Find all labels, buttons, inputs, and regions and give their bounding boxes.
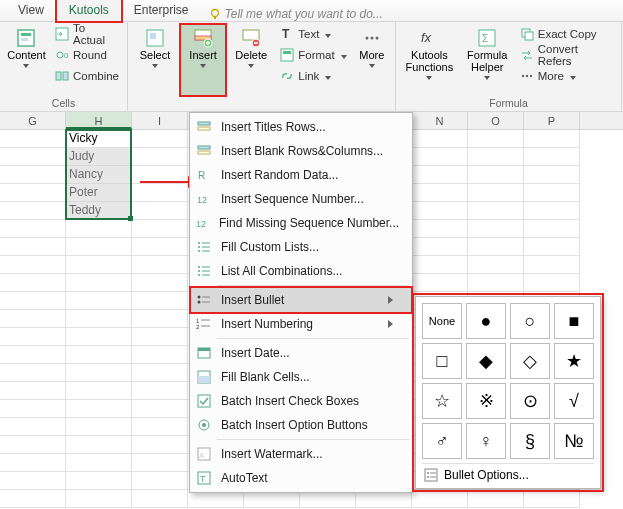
menu-item-insert-titles-rows[interactable]: Insert Titles Rows... — [191, 115, 411, 139]
bullet-glyph-2[interactable]: ■ — [554, 303, 594, 339]
cell-P9[interactable] — [524, 274, 580, 292]
column-header-H[interactable]: H — [66, 112, 132, 129]
cell-H17[interactable] — [66, 418, 132, 436]
column-header-P[interactable]: P — [524, 112, 580, 129]
cell-I17[interactable] — [132, 418, 188, 436]
cell-P7[interactable] — [524, 238, 580, 256]
convert-refers-button[interactable]: Convert Refers — [516, 45, 617, 65]
menu-item-fill-custom-lists[interactable]: Fill Custom Lists... — [191, 235, 411, 259]
cell-I18[interactable] — [132, 436, 188, 454]
cell-I14[interactable] — [132, 364, 188, 382]
cell-N4[interactable] — [412, 184, 468, 202]
menu-item-autotext[interactable]: TAutoText — [191, 466, 411, 490]
cell-G16[interactable] — [0, 400, 66, 418]
menu-item-insert-watermark[interactable]: AInsert Watermark... — [191, 442, 411, 466]
cell-I8[interactable] — [132, 256, 188, 274]
cell-I19[interactable] — [132, 454, 188, 472]
cell-G5[interactable] — [0, 202, 66, 220]
cell-P3[interactable] — [524, 166, 580, 184]
bullet-glyph-5[interactable]: ◇ — [510, 343, 550, 379]
menu-item-insert-blank-rows-columns[interactable]: Insert Blank Rows&Columns... — [191, 139, 411, 163]
menu-item-fill-blank-cells[interactable]: Fill Blank Cells... — [191, 365, 411, 389]
bullet-glyph-12[interactable]: ♀ — [466, 423, 506, 459]
more-button[interactable]: More — [353, 24, 391, 96]
format-button[interactable]: Format — [276, 45, 350, 65]
cell-G4[interactable] — [0, 184, 66, 202]
cell-N9[interactable] — [412, 274, 468, 292]
content-button[interactable]: Content — [4, 24, 49, 96]
cell-I11[interactable] — [132, 310, 188, 328]
bullet-glyph-8[interactable]: ※ — [466, 383, 506, 419]
cell-H6[interactable] — [66, 220, 132, 238]
cell-O5[interactable] — [468, 202, 524, 220]
cell-H1[interactable]: Vicky — [66, 130, 132, 148]
cell-G10[interactable] — [0, 292, 66, 310]
round-button[interactable]: 0Round — [51, 45, 123, 65]
cell-G15[interactable] — [0, 382, 66, 400]
cell-G12[interactable] — [0, 328, 66, 346]
bullet-options-button[interactable]: Bullet Options... — [422, 463, 594, 486]
cell-H19[interactable] — [66, 454, 132, 472]
cell-G6[interactable] — [0, 220, 66, 238]
bullet-glyph-6[interactable]: ★ — [554, 343, 594, 379]
cell-P4[interactable] — [524, 184, 580, 202]
cell-G20[interactable] — [0, 472, 66, 490]
text-button[interactable]: TText — [276, 24, 350, 44]
cell-P5[interactable] — [524, 202, 580, 220]
menu-item-find-missing-sequence-number[interactable]: 12Find Missing Sequence Number... — [191, 211, 411, 235]
tab-enterprise[interactable]: Enterprise — [122, 0, 201, 21]
menu-item-insert-bullet[interactable]: Insert Bullet — [191, 288, 411, 312]
cell-O1[interactable] — [468, 130, 524, 148]
cell-G3[interactable] — [0, 166, 66, 184]
cell-I2[interactable] — [132, 148, 188, 166]
bullet-glyph-14[interactable]: № — [554, 423, 594, 459]
cell-G11[interactable] — [0, 310, 66, 328]
cell-G13[interactable] — [0, 346, 66, 364]
cell-N6[interactable] — [412, 220, 468, 238]
cell-I7[interactable] — [132, 238, 188, 256]
insert-button[interactable]: Insert — [180, 24, 226, 96]
cell-I4[interactable] — [132, 184, 188, 202]
cell-H8[interactable] — [66, 256, 132, 274]
cell-H11[interactable] — [66, 310, 132, 328]
menu-item-list-all-combinations[interactable]: List All Combinations... — [191, 259, 411, 283]
cell-N8[interactable] — [412, 256, 468, 274]
tell-me-search[interactable]: Tell me what you want to do... — [201, 7, 383, 21]
cell-H14[interactable] — [66, 364, 132, 382]
cell-H20[interactable] — [66, 472, 132, 490]
cell-H21[interactable] — [66, 490, 132, 508]
cell-O21[interactable] — [468, 490, 524, 508]
cell-P21[interactable] — [524, 490, 580, 508]
column-header-N[interactable]: N — [412, 112, 468, 129]
cell-P2[interactable] — [524, 148, 580, 166]
cell-G8[interactable] — [0, 256, 66, 274]
cell-P6[interactable] — [524, 220, 580, 238]
cell-N3[interactable] — [412, 166, 468, 184]
combine-button[interactable]: Combine — [51, 66, 123, 86]
menu-item-insert-random-data[interactable]: RInsert Random Data... — [191, 163, 411, 187]
cell-H16[interactable] — [66, 400, 132, 418]
cell-G17[interactable] — [0, 418, 66, 436]
cell-G21[interactable] — [0, 490, 66, 508]
bullet-glyph-1[interactable]: ○ — [510, 303, 550, 339]
cell-H18[interactable] — [66, 436, 132, 454]
cell-H5[interactable]: Teddy — [66, 202, 132, 220]
cell-H9[interactable] — [66, 274, 132, 292]
cell-P1[interactable] — [524, 130, 580, 148]
cell-H2[interactable]: Judy — [66, 148, 132, 166]
cell-H13[interactable] — [66, 346, 132, 364]
bullet-glyph-0[interactable]: ● — [466, 303, 506, 339]
menu-item-batch-insert-check-boxes[interactable]: Batch Insert Check Boxes — [191, 389, 411, 413]
menu-item-insert-sequence-number[interactable]: 12Insert Sequence Number... — [191, 187, 411, 211]
cell-N21[interactable] — [412, 490, 468, 508]
cell-I6[interactable] — [132, 220, 188, 238]
cell-O8[interactable] — [468, 256, 524, 274]
bullet-none[interactable]: None — [422, 303, 462, 339]
tab-view[interactable]: View — [6, 0, 56, 21]
cell-N7[interactable] — [412, 238, 468, 256]
menu-item-insert-date[interactable]: Insert Date... — [191, 341, 411, 365]
link-button[interactable]: Link — [276, 66, 350, 86]
cell-G18[interactable] — [0, 436, 66, 454]
cell-I20[interactable] — [132, 472, 188, 490]
cell-G2[interactable] — [0, 148, 66, 166]
